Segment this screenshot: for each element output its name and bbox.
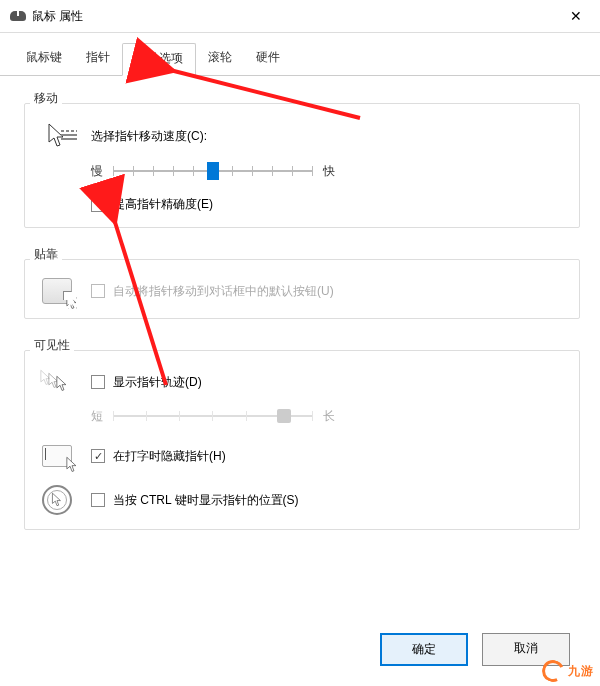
tab-pointer-options[interactable]: 指针选项 (122, 43, 196, 76)
pointer-speed-icon (41, 122, 73, 150)
pointer-trails-slider (113, 405, 313, 427)
trails-short-label: 短 (91, 408, 103, 425)
pointer-trails-icon (39, 369, 75, 395)
group-visibility: 可见性 显示指针轨迹(D) 短 (24, 337, 580, 530)
hide-typing-label: 在打字时隐藏指针(H) (113, 448, 226, 465)
speed-fast-label: 快 (323, 163, 335, 180)
pointer-trails-checkbox[interactable] (91, 375, 105, 389)
ctrl-locate-icon (42, 485, 72, 515)
pointer-speed-slider[interactable] (113, 160, 313, 182)
ok-button[interactable]: 确定 (380, 633, 468, 666)
snap-checkbox[interactable] (91, 284, 105, 298)
pointer-trails-label: 显示指针轨迹(D) (113, 374, 202, 391)
hide-typing-checkbox[interactable] (91, 449, 105, 463)
pointer-speed-label: 选择指针移动速度(C): (91, 128, 207, 145)
tab-hardware[interactable]: 硬件 (244, 43, 292, 75)
titlebar: 鼠标 属性 ✕ (0, 0, 600, 33)
group-motion: 移动 选择指针移动速度(C): 慢 快 (24, 90, 580, 228)
group-motion-label: 移动 (30, 90, 62, 107)
tab-wheel[interactable]: 滚轮 (196, 43, 244, 75)
speed-slow-label: 慢 (91, 163, 103, 180)
group-snap-label: 贴靠 (30, 246, 62, 263)
ctrl-locate-label: 当按 CTRL 键时显示指针的位置(S) (113, 492, 299, 509)
window-title: 鼠标 属性 (32, 8, 83, 25)
mouse-icon (10, 11, 26, 21)
snap-icon (42, 278, 72, 304)
ctrl-locate-checkbox[interactable] (91, 493, 105, 507)
tab-bar: 鼠标键 指针 指针选项 滚轮 硬件 (0, 33, 600, 76)
watermark: 九游 (542, 660, 594, 682)
watermark-text: 九游 (568, 663, 594, 680)
close-button[interactable]: ✕ (562, 6, 590, 26)
group-visibility-label: 可见性 (30, 337, 74, 354)
enhance-precision-label: 提高指针精确度(E) (113, 196, 213, 213)
tab-pointers[interactable]: 指针 (74, 43, 122, 75)
watermark-icon (539, 657, 567, 685)
hide-typing-icon (42, 445, 72, 467)
tab-buttons[interactable]: 鼠标键 (14, 43, 74, 75)
snap-label: 自动将指针移动到对话框中的默认按钮(U) (113, 283, 334, 300)
enhance-precision-checkbox[interactable] (91, 198, 105, 212)
trails-long-label: 长 (323, 408, 335, 425)
group-snap: 贴靠 自动将指针移动到对话框中的默认按钮(U) (24, 246, 580, 319)
